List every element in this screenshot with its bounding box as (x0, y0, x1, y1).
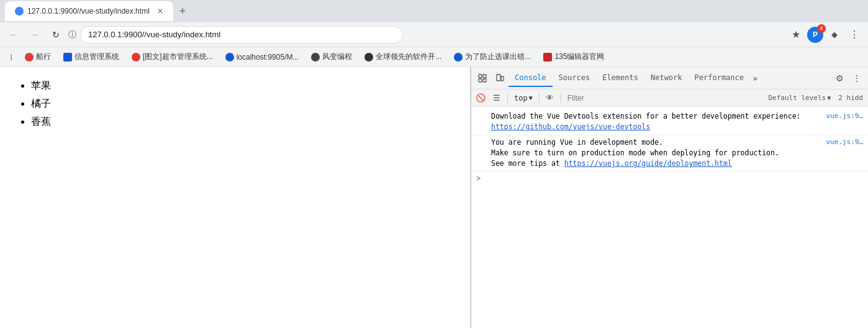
bm-favicon-6 (364, 53, 373, 62)
bookmark-course[interactable]: 为了防止选课出错... (449, 50, 536, 64)
tab-favicon (15, 7, 24, 16)
console-filter-input[interactable] (565, 92, 764, 104)
levels-dropdown[interactable]: Default levels ▼ (766, 93, 834, 103)
bm-favicon-5 (311, 53, 320, 62)
bookmarks-bar: ⁝ 船行 信息管理系统 [图文]超市管理系统... localhost:9905… (0, 47, 868, 67)
console-message-1: Download the Vue Devtools extension for … (471, 109, 868, 135)
devtools-panel: Console Sources Elements Network Perform… (471, 67, 868, 328)
console-output: Download the Vue Devtools extension for … (471, 107, 868, 328)
toolbar-divider-1 (507, 93, 508, 103)
page-content: 苹果 橘子 香蕉 (0, 67, 471, 328)
toolbar-divider-2 (539, 93, 540, 103)
fruit-list: 苹果 橘子 香蕉 (12, 80, 458, 129)
devtools-device-btn[interactable] (491, 70, 509, 87)
main-layout: 苹果 橘子 香蕉 Console (0, 67, 868, 328)
bookmark-fengbian[interactable]: 风变编程 (306, 50, 357, 64)
address-bar: ← → ↻ ⓘ ★ P 2 ◆ ⋮ (0, 22, 868, 47)
prompt-arrow-icon: > (476, 174, 481, 183)
bookmark-supermarket[interactable]: [图文]超市管理系统... (127, 50, 218, 64)
toolbar-divider-3 (561, 93, 561, 103)
levels-label: Default levels (769, 94, 826, 102)
bookmark-star-icon[interactable]: ★ (787, 26, 805, 43)
address-input[interactable] (80, 26, 403, 43)
bookmark-label-3: [图文]超市管理系统... (143, 52, 213, 62)
browser-chrome: 127.0.0.1:9900//vue-study/index.html ✕ +… (0, 0, 868, 67)
console-message-2: You are running Vue in development mode.… (471, 135, 868, 172)
bookmark-chuanghang[interactable]: 船行 (20, 50, 56, 64)
apps-icon: ⁝ (10, 52, 12, 62)
svg-rect-1 (479, 79, 482, 82)
console-msg-content-2: You are running Vue in development mode.… (491, 137, 821, 170)
new-tab-btn[interactable]: + (176, 5, 190, 18)
reload-button[interactable]: ↻ (47, 26, 65, 43)
address-right-icons: ★ P 2 ◆ ⋮ (787, 26, 863, 43)
console-filter-btn[interactable]: ☰ (490, 91, 504, 105)
svg-rect-5 (501, 76, 504, 81)
tab-sources[interactable]: Sources (553, 70, 597, 87)
console-link-2[interactable]: https://vuejs.org/guide/deployment.html (564, 159, 732, 168)
bm-favicon-1 (25, 53, 34, 62)
list-item-banana: 香蕉 (31, 116, 458, 129)
console-toolbar: 🚫 ☰ top ▼ 👁 Default levels ▼ 2 hidd (471, 89, 868, 107)
bookmark-label-6: 全球领先的软件开... (376, 52, 441, 62)
console-eye-btn[interactable]: 👁 (543, 91, 557, 105)
svg-rect-2 (483, 75, 486, 78)
bookmark-label-7: 为了防止选课出错... (465, 52, 531, 62)
bookmark-localhost[interactable]: localhost:9905/M... (220, 51, 304, 63)
bookmark-label-2: 信息管理系统 (75, 52, 119, 62)
bookmark-github[interactable]: 全球领先的软件开... (359, 50, 446, 64)
svg-rect-3 (483, 79, 486, 82)
devtools-more-icon[interactable]: ⋮ (848, 70, 866, 87)
menu-icon[interactable]: ⋮ (846, 26, 863, 43)
tab-console[interactable]: Console (509, 70, 553, 87)
console-prompt[interactable]: > (471, 171, 868, 185)
devtools-more-tabs-icon[interactable]: » (750, 73, 760, 83)
profile-initial: P (813, 30, 818, 39)
bookmark-135[interactable]: 135编辑器官网 (538, 50, 609, 64)
tab-close-icon[interactable]: ✕ (157, 7, 163, 16)
devtools-toolbar: Console Sources Elements Network Perform… (471, 67, 868, 89)
context-label: top (514, 94, 528, 102)
console-source-2[interactable]: vue.js:9… (826, 137, 863, 148)
levels-chevron-icon: ▼ (827, 94, 831, 101)
tab-title: 127.0.0.1:9900//vue-study/index.html (27, 7, 150, 16)
bm-favicon-3 (132, 53, 140, 62)
bookmark-label-5: 风变编程 (322, 52, 352, 62)
list-item-orange: 橘子 (31, 98, 458, 111)
secure-icon: ⓘ (68, 29, 76, 40)
tab-network[interactable]: Network (644, 70, 689, 87)
bookmark-apps[interactable]: ⁝ (5, 50, 17, 64)
devtools-inspect-btn[interactable] (474, 70, 491, 87)
active-tab[interactable]: 127.0.0.1:9900//vue-study/index.html ✕ (5, 1, 173, 21)
bm-favicon-8 (543, 53, 552, 62)
devtools-settings-icon[interactable]: ⚙ (831, 70, 848, 87)
console-source-1[interactable]: vue.js:9… (826, 111, 863, 122)
tab-elements[interactable]: Elements (596, 70, 644, 87)
bm-favicon-4 (225, 53, 234, 62)
context-selector[interactable]: top ▼ (512, 93, 535, 104)
console-clear-btn[interactable]: 🚫 (474, 91, 487, 105)
tab-bar: 127.0.0.1:9900//vue-study/index.html ✕ + (0, 0, 868, 22)
profile-avatar[interactable]: P 2 (807, 27, 823, 43)
back-button[interactable]: ← (5, 26, 22, 43)
bookmark-label-1: 船行 (36, 52, 51, 62)
forward-button[interactable]: → (26, 26, 43, 43)
list-item-apple: 苹果 (31, 80, 458, 93)
bookmark-label-8: 135编辑器官网 (554, 52, 604, 62)
tab-performance[interactable]: Performance (689, 70, 750, 87)
bm-favicon-7 (454, 53, 463, 62)
bookmark-info-sys[interactable]: 信息管理系统 (58, 50, 124, 64)
extension-icon[interactable]: ◆ (826, 26, 843, 43)
svg-rect-4 (497, 75, 500, 81)
hidden-count-label: 2 hidd (836, 94, 866, 102)
bookmark-label-4: localhost:9905/M... (237, 53, 299, 62)
notification-badge: 2 (817, 24, 826, 33)
console-text-1a: Download the Vue Devtools extension for … (491, 112, 801, 121)
console-msg-content-1: Download the Vue Devtools extension for … (491, 111, 821, 133)
chevron-down-icon: ▼ (529, 94, 533, 101)
bm-favicon-2 (63, 53, 72, 62)
console-link-1[interactable]: https://github.com/vuejs/vue-devtools (491, 122, 650, 131)
svg-rect-0 (479, 75, 482, 78)
